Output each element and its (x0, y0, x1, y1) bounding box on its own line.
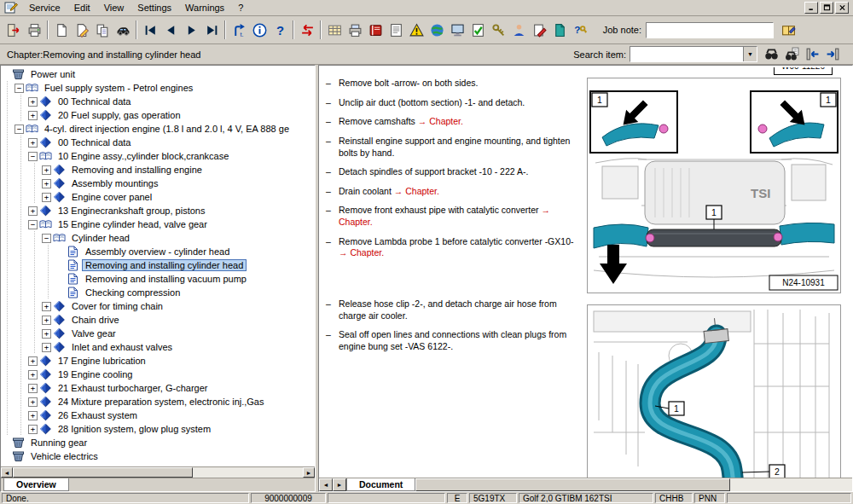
key-icon[interactable] (488, 20, 508, 40)
scroll-track[interactable] (13, 467, 303, 478)
tree-item-label[interactable]: Assembly overview - cylinder head (82, 246, 233, 258)
scroll-right-icon[interactable]: ► (303, 467, 315, 478)
web-icon[interactable] (426, 20, 447, 40)
tree-item-label[interactable]: Engine cover panel (68, 191, 155, 203)
tree-item-label[interactable]: Power unit (27, 68, 78, 80)
tree-item-label[interactable]: 17 Engine lubrication (55, 355, 149, 367)
expand-toggle-icon[interactable]: + (28, 111, 38, 120)
tree-item-label[interactable]: Cover for timing chain (68, 300, 166, 312)
scroll-thumb[interactable] (415, 478, 729, 491)
tree-item-label[interactable]: 26 Exhaust system (55, 409, 141, 421)
expand-toggle-icon[interactable]: + (28, 356, 38, 366)
expand-toggle-icon[interactable]: + (28, 384, 38, 393)
tree-item-label[interactable]: Checking compression (82, 287, 183, 298)
tree-item-label[interactable]: 4-cyl. direct injection engine (1.8 l an… (41, 123, 293, 135)
tree-item-label[interactable]: 20 Fuel supply, gas operation (55, 109, 184, 121)
tree-item[interactable]: +21 Exhaust turbocharger, G-charger (1, 381, 315, 395)
monitor-icon[interactable] (447, 20, 467, 40)
tree-expander[interactable]: + (42, 327, 53, 340)
collapse-toggle-icon[interactable]: − (15, 125, 24, 134)
tree-item-label[interactable]: 00 Technical data (55, 96, 134, 107)
chapter-link[interactable]: → Chapter. (339, 205, 550, 227)
search-item-combo[interactable]: ▼ (630, 46, 757, 62)
expand-toggle-icon[interactable]: + (42, 316, 51, 325)
info-icon[interactable] (249, 20, 270, 40)
manuals-icon[interactable] (365, 20, 386, 40)
next-hit-icon[interactable] (822, 44, 843, 65)
tree-item[interactable]: −15 Engine cylinder head, valve gear (1, 217, 315, 231)
tree-item[interactable]: +20 Fuel supply, gas operation (1, 108, 315, 122)
tree-expander[interactable]: + (28, 354, 39, 368)
chapter-link[interactable]: → Chapter. (418, 116, 463, 126)
tree-item[interactable]: +Cover for timing chain (1, 299, 315, 313)
tree-item-label[interactable]: Valve gear (68, 327, 119, 339)
menu-edit[interactable]: Edit (67, 1, 97, 14)
expand-toggle-icon[interactable]: + (42, 179, 51, 188)
tree-item[interactable]: −4-cyl. direct injection engine (1.8 l a… (1, 122, 315, 136)
note-edit-icon[interactable] (529, 20, 549, 40)
tree-item-label[interactable]: 19 Engine cooling (55, 368, 136, 380)
job-note-input[interactable] (646, 22, 774, 38)
minimize-button[interactable] (804, 2, 818, 14)
tree-item[interactable]: Running gear (1, 436, 315, 449)
nav-first-icon[interactable] (140, 20, 160, 40)
find-icon[interactable] (761, 44, 781, 65)
tab-document[interactable]: Document (346, 478, 415, 491)
menu-help[interactable]: ? (231, 1, 250, 14)
tree-expander[interactable]: + (42, 299, 53, 313)
tree-expander[interactable]: + (28, 368, 39, 381)
new-document-icon[interactable] (51, 20, 72, 40)
tree-expander[interactable]: + (28, 95, 39, 108)
tree-expander[interactable]: − (28, 217, 39, 231)
tree-item[interactable]: Vehicle electrics (1, 449, 315, 463)
copy-document-icon[interactable] (92, 20, 113, 40)
parts-table-icon[interactable] (324, 20, 345, 40)
collapse-toggle-icon[interactable]: − (15, 84, 24, 93)
tree-item[interactable]: +13 Enginecrankshaft group, pistons (1, 204, 315, 217)
expand-toggle-icon[interactable]: + (42, 193, 51, 202)
warnings-icon[interactable] (406, 20, 426, 40)
return-top-icon[interactable]: t. (229, 20, 249, 40)
tree-item-label[interactable]: Running gear (27, 437, 90, 449)
tree-item[interactable]: −Cylinder head (1, 231, 315, 245)
exit-icon[interactable] (3, 20, 24, 40)
tree-item[interactable]: +Engine cover panel (1, 190, 315, 204)
collapse-toggle-icon[interactable]: − (42, 234, 51, 243)
tree-horizontal-scrollbar[interactable]: ◄ ► (1, 466, 315, 478)
tree-item[interactable]: +Assembly mountings (1, 177, 315, 190)
tree-item-label[interactable]: Assembly mountings (68, 177, 162, 189)
tree-item-label[interactable]: Cylinder head (68, 232, 133, 244)
expand-toggle-icon[interactable]: + (42, 165, 51, 175)
print-document-icon[interactable] (345, 20, 365, 40)
tree-item[interactable]: +28 Ignition system, glow plug system (1, 422, 315, 436)
tree-item[interactable]: Assembly overview - cylinder head (1, 245, 315, 258)
combo-dropdown-icon[interactable]: ▼ (743, 47, 757, 61)
expand-toggle-icon[interactable]: + (42, 343, 51, 352)
expand-toggle-icon[interactable]: + (28, 206, 38, 216)
tree-item[interactable]: −10 Engine assy.,cylinder block,crankcas… (1, 149, 315, 163)
tree-item-label[interactable]: 10 Engine assy.,cylinder block,crankcase (55, 150, 232, 162)
prev-hit-icon[interactable] (802, 44, 822, 65)
tree-item[interactable]: Power unit (1, 67, 315, 81)
tree-item-label[interactable]: 00 Technical data (55, 136, 134, 148)
tree-item-label[interactable]: Removing and installing vacuum pump (82, 273, 250, 285)
tree-item-label[interactable]: Chain drive (68, 314, 123, 326)
tree-item[interactable]: +Inlet and exhaust valves (1, 340, 315, 354)
chapter-link[interactable]: → Chapter. (339, 247, 384, 258)
tree-item[interactable]: +00 Technical data (1, 95, 315, 108)
document-list-icon[interactable] (386, 20, 406, 40)
tree-expander[interactable]: − (28, 149, 39, 163)
help-key-icon[interactable]: ? (570, 20, 590, 40)
tree-item-label[interactable]: Removing and installing engine (68, 164, 206, 176)
tree-expander[interactable]: + (42, 313, 53, 327)
tree-item[interactable]: +24 Mixture preparation system, electron… (1, 395, 315, 408)
nav-last-icon[interactable] (201, 20, 222, 40)
tree-expander[interactable]: + (28, 136, 39, 149)
nav-next-icon[interactable] (181, 20, 201, 40)
expand-toggle-icon[interactable]: + (28, 97, 38, 107)
expand-toggle-icon[interactable]: + (28, 411, 38, 420)
tree-item[interactable]: +19 Engine cooling (1, 368, 315, 381)
tree-item[interactable]: Removing and installing vacuum pump (1, 272, 315, 286)
collapse-toggle-icon[interactable]: − (28, 220, 38, 229)
expand-toggle-icon[interactable]: + (28, 138, 38, 148)
